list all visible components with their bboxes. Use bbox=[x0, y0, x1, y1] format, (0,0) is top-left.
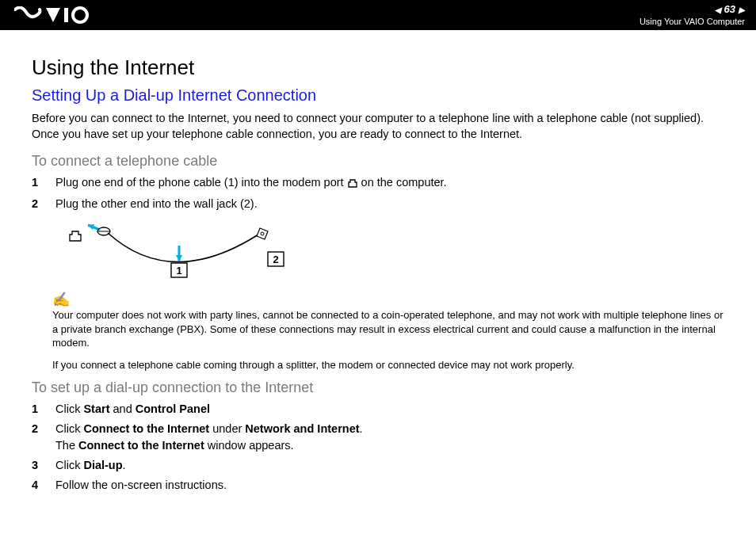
intro-paragraph: Before you can connect to the Internet, … bbox=[32, 111, 724, 142]
svg-marker-7 bbox=[176, 255, 182, 261]
task1-step-2: Plug the other end into the wall jack (2… bbox=[32, 196, 724, 212]
page-nav: ◀ 63 ▶ bbox=[715, 4, 745, 15]
step-text-b: on the computer. bbox=[358, 176, 447, 189]
task1-step-1: Plug one end of the phone cable (1) into… bbox=[32, 174, 724, 193]
page-number: 63 bbox=[724, 4, 735, 15]
t: Click bbox=[55, 402, 83, 415]
note-block: ✍ Your computer does not work with party… bbox=[52, 291, 724, 350]
bold-control-panel: Control Panel bbox=[136, 402, 210, 415]
diagram-label-1: 1 bbox=[176, 265, 181, 277]
t: Click bbox=[55, 459, 83, 471]
task2-step-2: Click Connect to the Internet under Netw… bbox=[32, 421, 724, 454]
task2-step-3: Click Dial-up. bbox=[32, 457, 724, 474]
bold-connect-window: Connect to the Internet bbox=[78, 439, 204, 452]
cable-diagram: 1 2 bbox=[52, 219, 724, 284]
svg-marker-3 bbox=[88, 224, 94, 230]
task2-steps: Click Start and Control Panel Click Conn… bbox=[32, 401, 724, 494]
t: . bbox=[123, 459, 126, 471]
note-text-2: If you connect a telephone cable coming … bbox=[52, 358, 724, 372]
diagram-label-2: 2 bbox=[273, 254, 278, 265]
task2-step-1: Click Start and Control Panel bbox=[32, 401, 724, 418]
next-page-icon[interactable]: ▶ bbox=[739, 6, 745, 14]
t: . bbox=[360, 422, 363, 435]
svg-rect-1 bbox=[64, 8, 68, 22]
t: The bbox=[55, 439, 78, 452]
bold-dialup: Dial-up bbox=[83, 459, 122, 471]
svg-point-2 bbox=[73, 8, 87, 22]
vaio-logo bbox=[14, 6, 101, 24]
step-text-a: Plug one end of the phone cable (1) into… bbox=[55, 176, 347, 189]
task1-steps: Plug one end of the phone cable (1) into… bbox=[32, 174, 724, 212]
t: and bbox=[110, 402, 136, 415]
modem-port-icon bbox=[347, 176, 358, 193]
t: under bbox=[209, 422, 245, 435]
section-subtitle: Setting Up a Dial-up Internet Connection bbox=[32, 86, 724, 105]
page-title: Using the Internet bbox=[32, 55, 724, 80]
bold-network-internet: Network and Internet bbox=[245, 422, 359, 435]
svg-marker-0 bbox=[46, 8, 60, 22]
task2-step-4: Follow the on-screen instructions. bbox=[32, 477, 724, 494]
prev-page-icon[interactable]: ◀ bbox=[715, 6, 721, 14]
bold-connect-internet: Connect to the Internet bbox=[83, 422, 209, 435]
task1-heading: To connect a telephone cable bbox=[32, 153, 724, 170]
header-bar: ◀ 63 ▶ Using Your VAIO Computer bbox=[0, 0, 756, 30]
task2-heading: To set up a dial-up connection to the In… bbox=[32, 380, 724, 396]
note-text-1: Your computer does not work with party l… bbox=[52, 308, 724, 350]
note-icon: ✍ bbox=[52, 292, 70, 307]
t: window appears. bbox=[204, 439, 294, 452]
t: Click bbox=[55, 422, 83, 435]
page-content: Using the Internet Setting Up a Dial-up … bbox=[0, 30, 756, 494]
header-right: ◀ 63 ▶ Using Your VAIO Computer bbox=[640, 4, 745, 25]
bold-start: Start bbox=[83, 402, 109, 415]
breadcrumb: Using Your VAIO Computer bbox=[640, 17, 745, 26]
